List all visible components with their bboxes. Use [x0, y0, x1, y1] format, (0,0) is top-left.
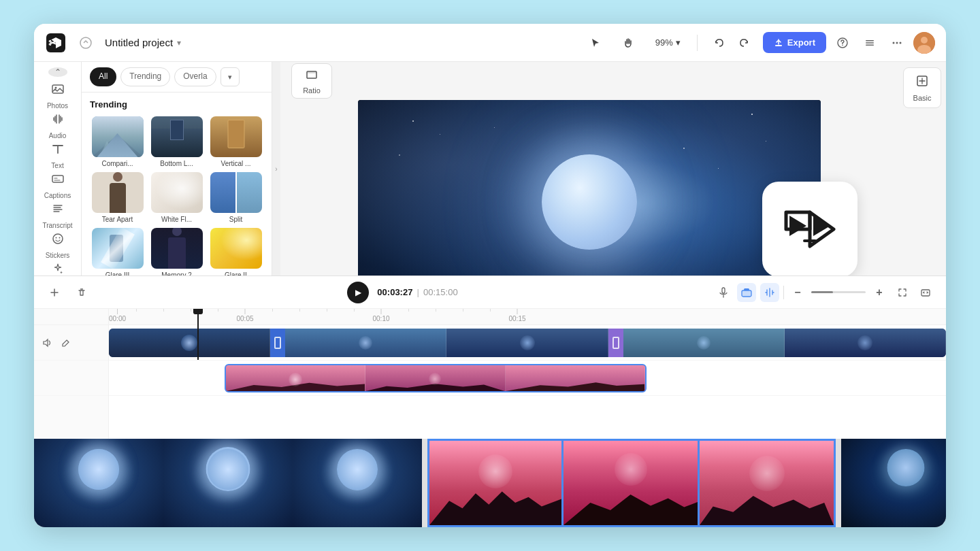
- svg-point-9: [893, 41, 895, 44]
- zoom-chevron: ▾: [676, 37, 681, 48]
- stickers-label: Stickers: [46, 252, 70, 259]
- audio-icon: [51, 112, 65, 129]
- timeline-icon-group: − +: [714, 283, 935, 302]
- timeline-ruler: 00:00 00:05 00:10 00:15: [109, 309, 946, 325]
- zoom-out-btn[interactable]: −: [788, 283, 807, 302]
- tab-trending[interactable]: Trending: [120, 67, 170, 86]
- preview-frame-pink-2: [564, 439, 700, 527]
- canvas-area: Ratio: [280, 62, 898, 276]
- timeline-delete-btn[interactable]: [72, 283, 91, 302]
- redo-btn[interactable]: [733, 32, 755, 54]
- undo-btn[interactable]: [708, 32, 730, 54]
- export-button[interactable]: Export: [763, 32, 826, 53]
- basic-icon: [915, 74, 929, 91]
- audio-align-icon[interactable]: [760, 283, 779, 302]
- transition-glare-iii[interactable]: Glare III: [90, 228, 145, 276]
- transcript-label: Transcript: [42, 222, 72, 229]
- zoom-in-btn[interactable]: +: [870, 283, 889, 302]
- transition-memory-2[interactable]: Memory 2: [149, 228, 204, 276]
- svg-rect-6: [866, 40, 874, 41]
- transition-thumb-split: [210, 172, 262, 213]
- ratio-button[interactable]: Ratio: [291, 63, 332, 99]
- text-label: Text: [51, 162, 63, 169]
- tl-divider: [783, 286, 784, 299]
- user-avatar[interactable]: [913, 32, 935, 54]
- transition-thumb-white-fl: [151, 172, 203, 213]
- more-btn[interactable]: [886, 32, 908, 54]
- timeline-body: 00:00 00:05 00:10 00:15: [34, 309, 946, 439]
- secondary-video-clip[interactable]: [225, 364, 647, 393]
- track-edit-icon[interactable]: [59, 335, 74, 350]
- project-name-btn[interactable]: Untitled project ▾: [105, 37, 181, 48]
- transition-thumb-glare-iii: [92, 228, 144, 269]
- zoom-control[interactable]: 99% ▾: [650, 35, 686, 50]
- tab-dropdown[interactable]: ▾: [220, 67, 240, 86]
- ruler-mark-0: 00:00: [109, 309, 126, 322]
- moon-element: [542, 154, 637, 250]
- transition-vertical[interactable]: Vertical ...: [208, 116, 263, 168]
- transition-thumb-comparison: [92, 116, 144, 157]
- menu-btn[interactable]: [859, 32, 881, 54]
- current-time: 00:03:27: [377, 287, 412, 297]
- sidebar-item-stickers[interactable]: Stickers: [37, 232, 78, 259]
- tab-all[interactable]: All: [90, 67, 116, 86]
- transition-label-white-fl: White Fl...: [161, 216, 192, 224]
- svg-point-19: [55, 237, 56, 239]
- sidebar-item-captions[interactable]: Captions: [37, 172, 78, 199]
- transition-label-vertical: Vertical ...: [221, 160, 251, 168]
- timeline-split-btn[interactable]: [45, 283, 64, 302]
- help-btn[interactable]: [832, 32, 853, 54]
- track-volume-icon[interactable]: [39, 335, 54, 350]
- sidebar-item-audio[interactable]: Audio: [37, 112, 78, 139]
- sticker-track-icon[interactable]: [737, 283, 756, 302]
- section-title: Trending: [82, 93, 272, 114]
- transitions-panel: All Trending Overla ▾ Trending Compari..…: [82, 62, 272, 276]
- timeline-content: 00:00 00:05 00:10 00:15: [109, 309, 946, 439]
- transition-split[interactable]: Split: [208, 172, 263, 224]
- mic-icon[interactable]: [714, 283, 733, 302]
- tab-overlay[interactable]: Overla: [174, 67, 216, 86]
- save-icon[interactable]: [75, 32, 97, 54]
- sidebar-item-effects[interactable]: Effects: [37, 262, 78, 276]
- sidebar-collapse-btn[interactable]: ⌃: [48, 67, 67, 77]
- ratio-icon: [305, 68, 318, 85]
- main-video-clip[interactable]: [109, 329, 946, 357]
- panel-tabs: All Trending Overla ▾: [82, 62, 272, 93]
- transition-bottom-l[interactable]: Bottom L...: [149, 116, 204, 168]
- sidebar-item-text[interactable]: Text: [37, 142, 78, 169]
- sidebar-item-photos[interactable]: Photos: [37, 82, 78, 110]
- play-button[interactable]: ▶: [347, 282, 369, 303]
- cursor-tool-btn[interactable]: [585, 32, 606, 54]
- panel-collapse-handle[interactable]: ›: [272, 62, 280, 276]
- basic-button[interactable]: Basic: [903, 67, 941, 108]
- transition-tear-apart[interactable]: Tear Apart: [90, 172, 145, 224]
- transition-glare-ii[interactable]: Glare II: [208, 228, 263, 276]
- app-logo[interactable]: ✂: [45, 32, 67, 54]
- topbar-right: Export: [763, 32, 935, 54]
- capture-btn[interactable]: [916, 283, 935, 302]
- text-icon: [51, 142, 65, 159]
- transition-white-fl[interactable]: White Fl...: [149, 172, 204, 224]
- transitions-grid: Compari... Bottom L...: [82, 114, 272, 276]
- sidebar-item-transcript[interactable]: Transcript: [37, 202, 78, 229]
- transition-label-comparison: Compari...: [101, 160, 133, 168]
- track-labels: [34, 309, 109, 439]
- track-separator: [422, 439, 427, 527]
- right-panel: Basic: [898, 62, 946, 276]
- svg-rect-7: [866, 42, 874, 44]
- fullscreen-btn[interactable]: [893, 283, 912, 302]
- svg-rect-24: [307, 71, 316, 78]
- transition-comparison[interactable]: Compari...: [90, 116, 145, 168]
- svg-rect-27: [722, 288, 725, 293]
- svg-rect-17: [52, 176, 63, 182]
- preview-frame-moon-1: [34, 439, 163, 527]
- hand-tool-btn[interactable]: [617, 32, 639, 54]
- captions-icon: [51, 172, 65, 189]
- time-display: 00:03:27 | 00:15:00: [377, 287, 457, 297]
- track-separator-2: [836, 439, 841, 527]
- zoom-slider-track[interactable]: [811, 291, 866, 293]
- transition-thumb-memory-2: [151, 228, 203, 269]
- preview-frame-pink-1: [427, 439, 564, 527]
- transition-thumb-glare-ii: [210, 228, 262, 269]
- playhead-handle[interactable]: [193, 309, 203, 314]
